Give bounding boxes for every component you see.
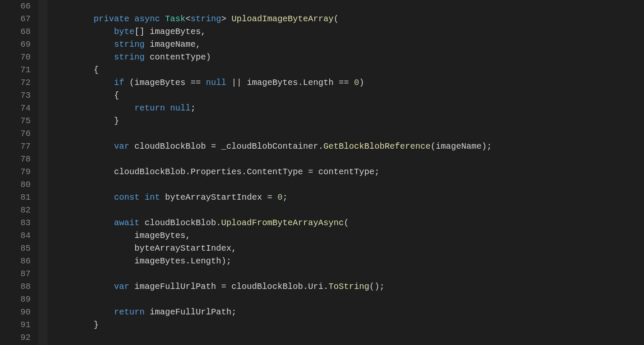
code-token: const [114, 192, 140, 202]
line-number: 77 [0, 140, 31, 153]
code-line[interactable] [53, 204, 644, 217]
code-token [53, 231, 134, 240]
code-token: private [94, 14, 129, 24]
code-token: } [53, 320, 99, 330]
code-editor[interactable]: 6667686970717273747576777879808182838485… [0, 0, 644, 345]
code-token [129, 282, 134, 291]
code-line[interactable]: cloudBlockBlob.Properties.ContentType = … [53, 166, 644, 178]
code-line[interactable]: } [53, 319, 644, 331]
code-token: cloudBlockBlob [114, 167, 185, 177]
code-token: GetBlockBlobReference [323, 141, 430, 151]
code-token [53, 14, 94, 24]
code-token: imageBytes [134, 231, 185, 240]
line-number: 70 [0, 51, 31, 64]
code-token: > [221, 14, 231, 24]
code-token: 0 [354, 78, 359, 88]
code-token [53, 243, 134, 253]
code-token [165, 103, 170, 113]
code-token: null [170, 103, 191, 113]
code-token: ; [191, 103, 196, 113]
code-token: return [134, 103, 165, 113]
code-line[interactable] [53, 153, 644, 166]
code-token: , [231, 243, 237, 253]
code-token [129, 141, 134, 151]
code-line[interactable]: byteArrayStartIndex, [53, 242, 644, 255]
code-token [53, 256, 134, 266]
code-token: ( [333, 14, 339, 24]
code-token: UploadImageByteArray [231, 14, 333, 24]
code-line[interactable] [53, 331, 644, 344]
code-token: = [206, 141, 221, 151]
code-line[interactable]: if (imageBytes == null || imageBytes.Len… [53, 76, 644, 89]
line-number: 76 [0, 127, 31, 140]
line-number: 88 [0, 280, 31, 293]
code-token [53, 40, 114, 49]
code-line[interactable]: return null; [53, 102, 644, 115]
code-token: byte [114, 27, 134, 37]
code-line[interactable]: const int byteArrayStartIndex = 0; [53, 191, 644, 204]
code-token: = [262, 192, 277, 202]
line-number: 66 [0, 0, 31, 13]
code-token: Task [165, 14, 185, 24]
code-token: } [53, 116, 119, 126]
code-token: ) [206, 52, 211, 62]
code-line[interactable]: imageBytes.Length); [53, 255, 644, 268]
line-number: 89 [0, 293, 31, 306]
code-token: imageFullUrlPath [134, 282, 216, 291]
code-line[interactable]: { [53, 64, 644, 76]
code-token: , [201, 27, 206, 37]
code-token: null [206, 78, 226, 88]
code-token [145, 40, 150, 49]
code-line[interactable]: byte[] imageBytes, [53, 25, 644, 38]
code-line[interactable]: string imageName, [53, 38, 644, 51]
code-line[interactable] [53, 178, 644, 191]
code-line[interactable]: await cloudBlockBlob.UploadFromByteArray… [53, 217, 644, 229]
code-line[interactable] [53, 268, 644, 280]
code-token: imageBytes [247, 78, 298, 88]
code-token: ); [482, 141, 492, 151]
code-token: cloudBlockBlob [134, 141, 206, 151]
code-line[interactable]: return imageFullUrlPath; [53, 306, 644, 319]
code-token: ToString [328, 282, 369, 291]
line-number: 84 [0, 229, 31, 242]
code-token [53, 218, 114, 228]
code-token: , [185, 231, 191, 240]
line-number: 82 [0, 204, 31, 217]
line-number-gutter: 6667686970717273747576777879808182838485… [0, 0, 38, 345]
code-line[interactable]: { [53, 89, 644, 102]
code-token: imageBytes [150, 27, 201, 37]
code-token: ( [344, 218, 349, 228]
code-token [53, 167, 114, 177]
code-line[interactable]: private async Task<string> UploadImageBy… [53, 13, 644, 25]
code-line[interactable]: string contentType) [53, 51, 644, 64]
line-number: 67 [0, 13, 31, 25]
code-token: UploadFromByteArrayAsync [221, 218, 344, 228]
code-token: ( [430, 141, 436, 151]
code-token: Properties [191, 167, 242, 177]
code-token: async [134, 14, 160, 24]
code-token: return [114, 307, 145, 317]
code-token: Length [303, 78, 333, 88]
line-number: 69 [0, 38, 31, 51]
code-token: [] [134, 27, 150, 37]
code-line[interactable]: var cloudBlockBlob = _cloudBlobContainer… [53, 140, 644, 153]
code-token: string [114, 52, 145, 62]
code-token [160, 192, 165, 202]
gutter-divider [38, 0, 48, 345]
code-line[interactable] [53, 127, 644, 140]
code-line[interactable] [53, 293, 644, 306]
code-token [53, 78, 114, 88]
code-line[interactable] [53, 0, 644, 13]
line-number: 71 [0, 64, 31, 76]
code-token: cloudBlockBlob [145, 218, 216, 228]
code-token: == [185, 78, 206, 88]
code-line[interactable]: } [53, 115, 644, 127]
code-token: ); [221, 256, 231, 266]
code-line[interactable]: var imageFullUrlPath = cloudBlockBlob.Ur… [53, 280, 644, 293]
line-number: 79 [0, 166, 31, 178]
code-token [129, 14, 134, 24]
code-token: . [216, 218, 221, 228]
code-area[interactable]: private async Task<string> UploadImageBy… [48, 0, 644, 345]
code-line[interactable]: imageBytes, [53, 229, 644, 242]
code-token [53, 282, 114, 291]
